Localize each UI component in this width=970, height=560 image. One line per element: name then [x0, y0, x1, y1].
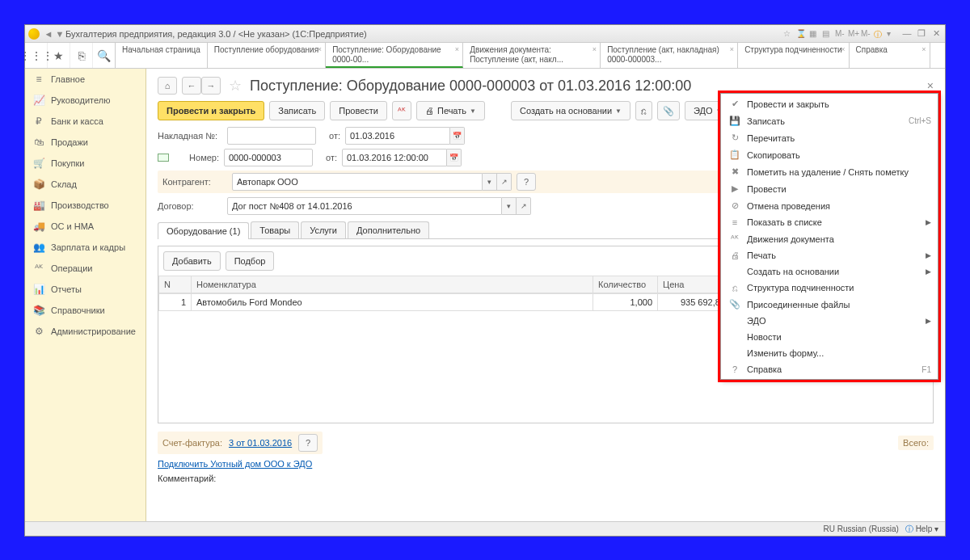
menu-item[interactable]: ✖Пометить на удаление / Снять пометку	[721, 163, 938, 180]
forward-button[interactable]: →	[201, 77, 221, 95]
sidebar-item[interactable]: 🏭Производство	[25, 195, 146, 216]
maximize-icon[interactable]: ❐	[916, 28, 927, 39]
sidebar-item[interactable]: ₽Банк и касса	[25, 111, 146, 132]
apps-icon[interactable]: ⋮⋮⋮	[25, 43, 48, 68]
register-icon[interactable]: ᴬᴷ	[392, 101, 411, 120]
back-button[interactable]: ←	[182, 77, 201, 95]
post-button[interactable]: Провести	[330, 101, 387, 120]
pick-button[interactable]: Подбор	[226, 251, 275, 271]
menu-item[interactable]: ⎌Структура подчиненности	[721, 280, 938, 296]
menu-item[interactable]: ЭДО▶	[721, 313, 938, 329]
contractor-input[interactable]: Автопарк ООО	[232, 173, 483, 191]
column-header[interactable]: Цена	[658, 276, 731, 293]
fwd-icon[interactable]: ▼	[54, 29, 65, 39]
subtab[interactable]: Дополнительно	[348, 221, 429, 238]
tab[interactable]: Структура подчиненности×	[738, 43, 849, 68]
contractor-help-icon[interactable]: ?	[517, 173, 536, 191]
menu-item[interactable]: Новости	[721, 329, 938, 345]
sidebar-item[interactable]: ≡Главное	[25, 69, 146, 90]
tab[interactable]: Начальная страница	[116, 43, 208, 68]
search-icon[interactable]: 🔍	[93, 43, 116, 68]
close-tab-icon[interactable]: ×	[318, 45, 322, 54]
help-status[interactable]: ⓘ Help ▾	[905, 524, 938, 535]
number-input[interactable]: 0000-000003	[224, 149, 313, 166]
tab[interactable]: Справка×	[850, 43, 930, 68]
tab[interactable]: Поступление (акт, накладная) 0000-000003…	[601, 43, 738, 68]
lang-indicator[interactable]: RU Russian (Russia)	[824, 524, 899, 533]
m-minus-icon[interactable]: M-	[835, 29, 845, 39]
attach-icon[interactable]: 📎	[657, 101, 680, 120]
favorite-star-icon[interactable]: ☆	[229, 77, 242, 95]
calendar-icon[interactable]: 📅	[447, 149, 462, 166]
add-button[interactable]: Добавить	[163, 251, 221, 271]
factura-help-icon[interactable]: ?	[298, 434, 318, 452]
back-icon[interactable]: ◄	[43, 29, 54, 39]
history-icon[interactable]: ⌛	[796, 29, 806, 39]
hierarchy-icon[interactable]: ⎌	[635, 101, 652, 120]
menu-item[interactable]: ↻Перечитать	[721, 129, 938, 146]
sidebar-item[interactable]: 🛍Продажи	[25, 132, 146, 153]
close-tab-icon[interactable]: ×	[841, 45, 845, 54]
column-header[interactable]: Количество	[593, 276, 658, 293]
menu-item[interactable]: 🖨Печать▶	[721, 247, 938, 263]
sidebar-item[interactable]: 🛒Покупки	[25, 153, 146, 174]
menu-item[interactable]: 📋Скопировать	[721, 146, 938, 163]
tab[interactable]: Движения документа: Поступление (акт, на…	[463, 43, 601, 68]
sidebar-item[interactable]: 📈Руководителю	[25, 90, 146, 111]
edo-connect-link[interactable]: Подключить Уютный дом ООО к ЭДО	[158, 459, 312, 469]
close-tab-icon[interactable]: ×	[593, 45, 597, 54]
menu-item[interactable]: ⊘Отмена проведения	[721, 197, 938, 214]
sidebar-item[interactable]: ᴬᴷОперации	[25, 258, 146, 279]
sidebar-item[interactable]: 📊Отчеты	[25, 279, 146, 300]
info-icon[interactable]: ⓘ	[874, 29, 884, 39]
menu-item[interactable]: ▶Провести	[721, 180, 938, 197]
favorite-icon[interactable]: ☆	[783, 29, 793, 39]
m-plus-icon[interactable]: M+	[848, 29, 858, 39]
minimize-icon[interactable]: —	[901, 28, 913, 39]
contract-input[interactable]: Дог пост №408 от 14.01.2016	[227, 197, 502, 215]
column-header[interactable]: N	[159, 276, 192, 293]
save-button[interactable]: Записать	[269, 101, 325, 120]
calendar-icon[interactable]: 📅	[450, 127, 465, 145]
close-window-icon[interactable]: ✕	[930, 28, 942, 39]
subtab[interactable]: Товары	[251, 221, 299, 238]
tab[interactable]: Поступление: Оборудование 0000-00...×	[326, 43, 463, 68]
close-tab-icon[interactable]: ×	[922, 45, 926, 54]
column-header[interactable]: Номенклатура	[192, 276, 593, 293]
clipboard-icon[interactable]: ⎘	[70, 43, 93, 68]
post-close-button[interactable]: Провести и закрыть	[158, 101, 264, 120]
menu-item[interactable]: ᴬᴷДвижения документа	[721, 230, 938, 247]
close-page-icon[interactable]: ×	[927, 79, 934, 92]
sidebar-item[interactable]: 👥Зарплата и кадры	[25, 237, 146, 258]
star-icon[interactable]: ★	[48, 43, 70, 68]
sidebar-item[interactable]: 📚Справочники	[25, 300, 146, 321]
dropdown-icon[interactable]: ▾	[887, 29, 896, 39]
envelope-icon[interactable]	[158, 154, 169, 162]
dropdown-icon[interactable]: ▾	[502, 197, 517, 215]
sidebar-item[interactable]: 🚚ОС и НМА	[25, 216, 146, 237]
calc-icon[interactable]: ▦	[809, 29, 819, 39]
dropdown-icon[interactable]: ▾	[483, 173, 497, 191]
invoice-num-input[interactable]	[227, 127, 316, 145]
open-icon[interactable]: ↗	[497, 173, 512, 191]
home-icon[interactable]: ⌂	[158, 77, 177, 95]
menu-item[interactable]: 💾ЗаписатьCtrl+S	[721, 112, 938, 129]
tab[interactable]: Поступление оборудования×	[208, 43, 326, 68]
menu-item[interactable]: 📎Присоединенные файлы	[721, 296, 938, 313]
print-button[interactable]: 🖨 Печать ▼	[416, 101, 485, 120]
menu-item[interactable]: Создать на основании▶	[721, 263, 938, 280]
doc-date-input[interactable]: 01.03.2016 12:00:00	[342, 149, 447, 166]
calendar-icon[interactable]: ▤	[822, 29, 832, 39]
sidebar-item[interactable]: ⚙Администрирование	[25, 321, 146, 342]
create-based-button[interactable]: Создать на основании ▼	[511, 101, 630, 120]
menu-item[interactable]: Изменить форму...	[721, 345, 938, 361]
open-icon[interactable]: ↗	[517, 197, 531, 215]
close-tab-icon[interactable]: ×	[455, 45, 459, 54]
close-tab-icon[interactable]: ×	[730, 45, 734, 54]
invoice-date-input[interactable]: 01.03.2016	[345, 127, 450, 145]
subtab[interactable]: Услуги	[301, 221, 346, 238]
sidebar-item[interactable]: 📦Склад	[25, 174, 146, 195]
m-icon[interactable]: M-	[861, 29, 871, 39]
menu-item[interactable]: ?СправкаF1	[721, 361, 938, 377]
menu-item[interactable]: ≡Показать в списке▶	[721, 214, 938, 230]
